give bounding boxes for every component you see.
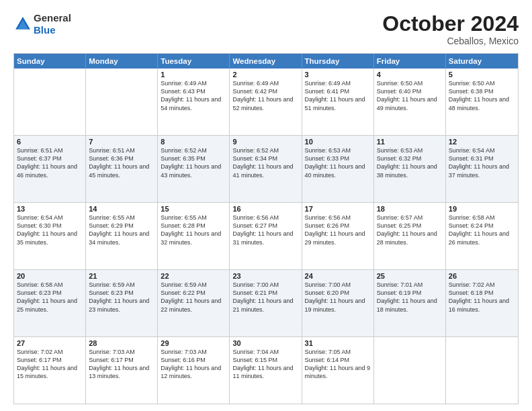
calendar-row-0: 1Sunrise: 6:49 AM Sunset: 6:43 PM Daylig… [14, 68, 518, 135]
day-number: 19 [449, 205, 515, 213]
day-number: 27 [17, 339, 83, 347]
day-number: 14 [89, 205, 154, 213]
day-number: 24 [305, 272, 371, 280]
day-info: Sunrise: 6:52 AM Sunset: 6:35 PM Dayligh… [161, 146, 226, 179]
day-info: Sunrise: 6:58 AM Sunset: 6:23 PM Dayligh… [17, 281, 83, 314]
day-number: 11 [377, 138, 443, 146]
calendar-cell: 15Sunrise: 6:55 AM Sunset: 6:28 PM Dayli… [158, 203, 230, 269]
calendar-cell: 20Sunrise: 6:58 AM Sunset: 6:23 PM Dayli… [14, 270, 86, 336]
logo: General Blue [13, 12, 71, 36]
header-day-saturday: Saturday [446, 54, 518, 68]
calendar-cell: 4Sunrise: 6:50 AM Sunset: 6:40 PM Daylig… [374, 68, 446, 135]
calendar-cell: 10Sunrise: 6:53 AM Sunset: 6:33 PM Dayli… [302, 136, 374, 202]
calendar-cell: 12Sunrise: 6:54 AM Sunset: 6:31 PM Dayli… [446, 136, 518, 202]
day-info: Sunrise: 6:54 AM Sunset: 6:31 PM Dayligh… [449, 146, 515, 179]
calendar-cell: 29Sunrise: 7:03 AM Sunset: 6:16 PM Dayli… [158, 337, 230, 404]
title-block: October 2024 Ceballos, Mexico [382, 12, 519, 46]
calendar-cell: 18Sunrise: 6:57 AM Sunset: 6:25 PM Dayli… [374, 203, 446, 269]
day-number: 2 [232, 71, 298, 79]
day-number: 29 [161, 339, 226, 347]
calendar-header: SundayMondayTuesdayWednesdayThursdayFrid… [14, 54, 518, 68]
day-info: Sunrise: 7:03 AM Sunset: 6:17 PM Dayligh… [89, 348, 154, 381]
calendar-row-3: 20Sunrise: 6:58 AM Sunset: 6:23 PM Dayli… [14, 269, 518, 336]
day-info: Sunrise: 6:55 AM Sunset: 6:29 PM Dayligh… [89, 214, 154, 246]
calendar-cell: 9Sunrise: 6:52 AM Sunset: 6:34 PM Daylig… [230, 136, 302, 202]
day-info: Sunrise: 7:00 AM Sunset: 6:20 PM Dayligh… [305, 281, 371, 314]
day-info: Sunrise: 7:03 AM Sunset: 6:16 PM Dayligh… [161, 348, 226, 381]
calendar-row-1: 6Sunrise: 6:51 AM Sunset: 6:37 PM Daylig… [14, 135, 518, 202]
day-info: Sunrise: 6:53 AM Sunset: 6:33 PM Dayligh… [305, 146, 371, 179]
calendar-cell [86, 68, 158, 135]
calendar-cell: 27Sunrise: 7:02 AM Sunset: 6:17 PM Dayli… [14, 337, 86, 404]
calendar-cell: 30Sunrise: 7:04 AM Sunset: 6:15 PM Dayli… [230, 337, 302, 404]
day-info: Sunrise: 6:51 AM Sunset: 6:37 PM Dayligh… [17, 146, 83, 179]
day-info: Sunrise: 6:57 AM Sunset: 6:25 PM Dayligh… [377, 214, 443, 246]
calendar: SundayMondayTuesdayWednesdayThursdayFrid… [13, 53, 519, 404]
day-info: Sunrise: 7:04 AM Sunset: 6:15 PM Dayligh… [232, 348, 298, 381]
day-number: 1 [161, 71, 226, 79]
day-number: 25 [377, 272, 443, 280]
day-info: Sunrise: 6:50 AM Sunset: 6:38 PM Dayligh… [449, 79, 515, 112]
day-info: Sunrise: 6:58 AM Sunset: 6:24 PM Dayligh… [449, 214, 515, 246]
calendar-cell: 22Sunrise: 6:59 AM Sunset: 6:22 PM Dayli… [158, 270, 230, 336]
day-number: 8 [161, 138, 226, 146]
header-day-thursday: Thursday [302, 54, 374, 68]
calendar-cell: 14Sunrise: 6:55 AM Sunset: 6:29 PM Dayli… [86, 203, 158, 269]
day-info: Sunrise: 6:55 AM Sunset: 6:28 PM Dayligh… [161, 214, 226, 246]
day-info: Sunrise: 7:02 AM Sunset: 6:18 PM Dayligh… [449, 281, 515, 314]
day-info: Sunrise: 7:00 AM Sunset: 6:21 PM Dayligh… [232, 281, 298, 314]
day-info: Sunrise: 6:54 AM Sunset: 6:30 PM Dayligh… [17, 214, 83, 246]
calendar-cell: 13Sunrise: 6:54 AM Sunset: 6:30 PM Dayli… [14, 203, 86, 269]
header-day-monday: Monday [86, 54, 158, 68]
day-number: 21 [89, 272, 154, 280]
calendar-cell: 31Sunrise: 7:05 AM Sunset: 6:14 PM Dayli… [302, 337, 374, 404]
calendar-cell: 2Sunrise: 6:49 AM Sunset: 6:42 PM Daylig… [230, 68, 302, 135]
day-info: Sunrise: 6:51 AM Sunset: 6:36 PM Dayligh… [89, 146, 154, 179]
header: General Blue October 2024 Ceballos, Mexi… [13, 12, 519, 46]
calendar-cell: 7Sunrise: 6:51 AM Sunset: 6:36 PM Daylig… [86, 136, 158, 202]
calendar-body: 1Sunrise: 6:49 AM Sunset: 6:43 PM Daylig… [14, 68, 518, 404]
day-info: Sunrise: 6:52 AM Sunset: 6:34 PM Dayligh… [232, 146, 298, 179]
calendar-cell: 24Sunrise: 7:00 AM Sunset: 6:20 PM Dayli… [302, 270, 374, 336]
calendar-cell: 28Sunrise: 7:03 AM Sunset: 6:17 PM Dayli… [86, 337, 158, 404]
day-number: 12 [449, 138, 515, 146]
day-info: Sunrise: 6:50 AM Sunset: 6:40 PM Dayligh… [377, 79, 443, 112]
page: General Blue October 2024 Ceballos, Mexi… [0, 0, 532, 411]
day-number: 30 [232, 339, 298, 347]
day-number: 23 [232, 272, 298, 280]
calendar-cell: 23Sunrise: 7:00 AM Sunset: 6:21 PM Dayli… [230, 270, 302, 336]
day-number: 28 [89, 339, 154, 347]
day-info: Sunrise: 7:05 AM Sunset: 6:14 PM Dayligh… [305, 348, 371, 381]
calendar-cell: 3Sunrise: 6:49 AM Sunset: 6:41 PM Daylig… [302, 68, 374, 135]
header-day-tuesday: Tuesday [158, 54, 230, 68]
calendar-cell: 5Sunrise: 6:50 AM Sunset: 6:38 PM Daylig… [446, 68, 518, 135]
day-info: Sunrise: 7:01 AM Sunset: 6:19 PM Dayligh… [377, 281, 443, 314]
month-title: October 2024 [382, 12, 519, 36]
day-info: Sunrise: 6:49 AM Sunset: 6:41 PM Dayligh… [305, 79, 371, 112]
logo-blue: Blue [34, 24, 56, 36]
day-number: 6 [17, 138, 83, 146]
day-number: 5 [449, 71, 515, 79]
day-info: Sunrise: 6:59 AM Sunset: 6:22 PM Dayligh… [161, 281, 226, 314]
day-number: 9 [232, 138, 298, 146]
day-number: 31 [305, 339, 371, 347]
calendar-cell [14, 68, 86, 135]
calendar-cell: 21Sunrise: 6:59 AM Sunset: 6:23 PM Dayli… [86, 270, 158, 336]
day-info: Sunrise: 6:56 AM Sunset: 6:26 PM Dayligh… [305, 214, 371, 246]
day-number: 15 [161, 205, 226, 213]
day-info: Sunrise: 6:49 AM Sunset: 6:43 PM Dayligh… [161, 79, 226, 112]
calendar-cell: 26Sunrise: 7:02 AM Sunset: 6:18 PM Dayli… [446, 270, 518, 336]
day-info: Sunrise: 6:56 AM Sunset: 6:27 PM Dayligh… [232, 214, 298, 246]
day-number: 22 [161, 272, 226, 280]
day-number: 26 [449, 272, 515, 280]
calendar-cell: 25Sunrise: 7:01 AM Sunset: 6:19 PM Dayli… [374, 270, 446, 336]
calendar-cell [374, 337, 446, 404]
day-info: Sunrise: 6:59 AM Sunset: 6:23 PM Dayligh… [89, 281, 154, 314]
day-number: 16 [232, 205, 298, 213]
calendar-cell: 16Sunrise: 6:56 AM Sunset: 6:27 PM Dayli… [230, 203, 302, 269]
day-number: 10 [305, 138, 371, 146]
header-day-sunday: Sunday [14, 54, 86, 68]
day-info: Sunrise: 7:02 AM Sunset: 6:17 PM Dayligh… [17, 348, 83, 381]
logo-icon [13, 15, 32, 34]
header-day-friday: Friday [374, 54, 446, 68]
